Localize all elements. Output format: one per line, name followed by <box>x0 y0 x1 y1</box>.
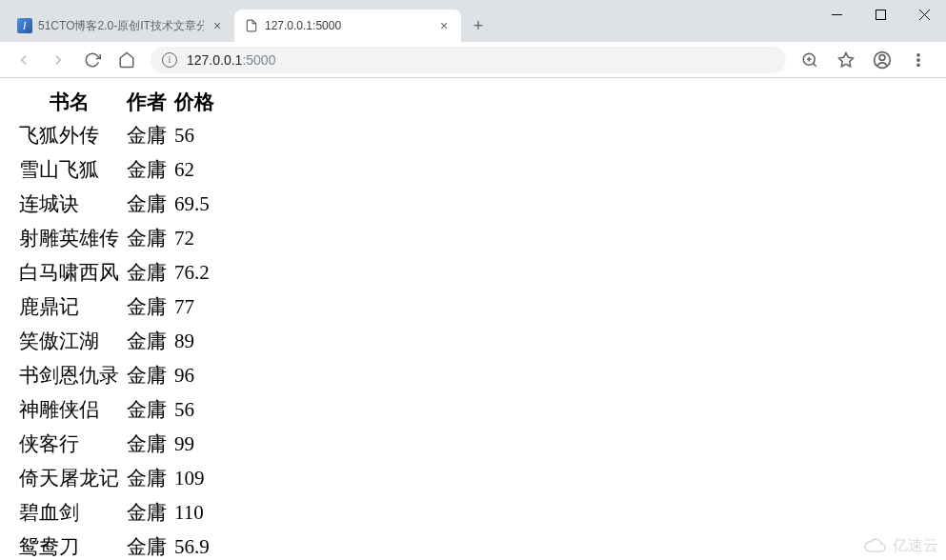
cell-name: 倚天屠龙记 <box>15 461 123 495</box>
column-header-author: 作者 <box>123 86 171 118</box>
svg-point-12 <box>917 58 919 60</box>
table-row: 侠客行金庸99 <box>15 427 218 461</box>
table-row: 神雕侠侣金庸56 <box>15 392 218 427</box>
cell-price: 96 <box>171 358 218 392</box>
cell-author: 金庸 <box>123 461 171 495</box>
watermark: 亿速云 <box>862 536 938 556</box>
window-controls <box>815 0 946 42</box>
new-tab-button[interactable]: + <box>465 12 492 39</box>
bookmark-button[interactable] <box>830 46 862 74</box>
cell-price: 77 <box>171 290 218 324</box>
cell-price: 72 <box>171 221 218 255</box>
cell-name: 白马啸西风 <box>15 255 123 290</box>
forward-button[interactable] <box>42 46 74 74</box>
cell-author: 金庸 <box>123 392 171 427</box>
table-row: 笑傲江湖金庸89 <box>15 324 218 358</box>
table-row: 射雕英雄传金庸72 <box>15 221 218 255</box>
table-row: 碧血剑金庸110 <box>15 495 218 530</box>
cell-price: 99 <box>171 427 218 461</box>
address-bar[interactable]: i 127.0.0.1:5000 <box>151 47 786 73</box>
cell-price: 56 <box>171 118 218 152</box>
cell-name: 书剑恩仇录 <box>15 358 123 392</box>
cell-name: 笑傲江湖 <box>15 324 123 358</box>
minimize-button[interactable] <box>815 0 858 29</box>
cell-price: 109 <box>171 461 218 495</box>
cell-price: 56.9 <box>171 530 218 560</box>
cell-author: 金庸 <box>123 427 171 461</box>
close-tab-icon[interactable]: × <box>436 18 452 33</box>
close-window-button[interactable] <box>902 0 946 29</box>
cell-name: 鸳鸯刀 <box>15 530 123 560</box>
column-header-name: 书名 <box>15 86 123 118</box>
cell-name: 连城诀 <box>15 187 123 221</box>
cell-name: 鹿鼎记 <box>15 290 123 324</box>
cell-name: 神雕侠侣 <box>15 392 123 427</box>
cell-name: 碧血剑 <box>15 495 123 530</box>
page-content: 书名 作者 价格 飞狐外传金庸56雪山飞狐金庸62连城诀金庸69.5射雕英雄传金… <box>0 78 946 560</box>
cell-name: 侠客行 <box>15 427 123 461</box>
svg-rect-1 <box>876 10 885 19</box>
cell-price: 56 <box>171 392 218 427</box>
tab-title: 51CTO博客2.0-原创IT技术文章分 <box>38 18 204 34</box>
table-row: 连城诀金庸69.5 <box>15 187 218 221</box>
cell-name: 飞狐外传 <box>15 118 123 152</box>
cell-author: 金庸 <box>123 187 171 221</box>
tab-title: 127.0.0.1:5000 <box>265 19 431 32</box>
cell-price: 76.2 <box>171 255 218 290</box>
browser-tab[interactable]: / 51CTO博客2.0-原创IT技术文章分 × <box>8 10 234 42</box>
svg-marker-8 <box>839 52 854 66</box>
cell-author: 金庸 <box>123 495 171 530</box>
cell-author: 金庸 <box>123 324 171 358</box>
profile-button[interactable] <box>866 46 898 74</box>
home-button[interactable] <box>111 46 143 74</box>
svg-point-11 <box>917 53 919 55</box>
cell-author: 金庸 <box>123 530 171 560</box>
site-info-icon[interactable]: i <box>162 52 177 68</box>
cell-author: 金庸 <box>123 358 171 392</box>
reload-button[interactable] <box>76 46 109 74</box>
svg-point-13 <box>917 64 919 66</box>
cell-price: 69.5 <box>171 187 218 221</box>
cell-price: 110 <box>171 495 218 530</box>
cell-author: 金庸 <box>123 221 171 255</box>
favicon-icon: / <box>17 18 32 33</box>
favicon-icon <box>244 18 259 33</box>
cell-author: 金庸 <box>123 118 171 152</box>
svg-line-5 <box>813 63 815 66</box>
zoom-button[interactable] <box>794 46 826 74</box>
menu-button[interactable] <box>902 46 935 74</box>
column-header-price: 价格 <box>171 86 218 118</box>
cell-author: 金庸 <box>123 290 171 324</box>
cell-author: 金庸 <box>123 255 171 290</box>
table-row: 鸳鸯刀金庸56.9 <box>15 530 218 560</box>
address-text: 127.0.0.1:5000 <box>187 52 275 68</box>
cell-author: 金庸 <box>123 152 171 187</box>
tab-bar: / 51CTO博客2.0-原创IT技术文章分 × 127.0.0.1:5000 … <box>0 8 946 42</box>
table-row: 白马啸西风金庸76.2 <box>15 255 218 290</box>
books-table: 书名 作者 价格 飞狐外传金庸56雪山飞狐金庸62连城诀金庸69.5射雕英雄传金… <box>15 86 218 560</box>
maximize-button[interactable] <box>858 0 902 29</box>
browser-toolbar: i 127.0.0.1:5000 <box>0 42 946 78</box>
window-title-bar <box>0 0 946 8</box>
table-row: 雪山飞狐金庸62 <box>15 152 218 187</box>
table-row: 鹿鼎记金庸77 <box>15 290 218 324</box>
cell-name: 雪山飞狐 <box>15 152 123 187</box>
svg-point-10 <box>879 54 885 60</box>
cell-price: 62 <box>171 152 218 187</box>
cell-name: 射雕英雄传 <box>15 221 123 255</box>
close-tab-icon[interactable]: × <box>210 18 225 33</box>
back-button[interactable] <box>8 46 40 74</box>
table-row: 书剑恩仇录金庸96 <box>15 358 218 392</box>
table-row: 飞狐外传金庸56 <box>15 118 218 152</box>
cell-price: 89 <box>171 324 218 358</box>
table-row: 倚天屠龙记金庸109 <box>15 461 218 495</box>
browser-tab-active[interactable]: 127.0.0.1:5000 × <box>234 10 461 42</box>
